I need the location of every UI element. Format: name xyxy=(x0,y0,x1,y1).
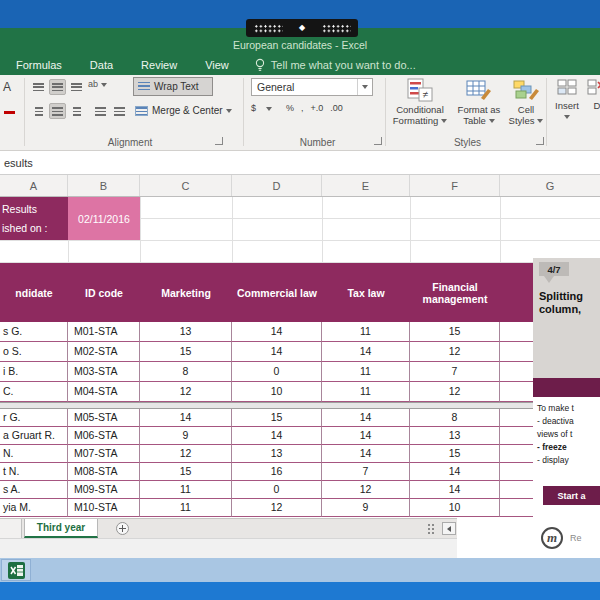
cell-commercial-law[interactable]: 14 xyxy=(232,342,322,362)
cell-commercial-law[interactable]: 14 xyxy=(232,427,322,445)
cell-tax-law[interactable]: 9 xyxy=(322,499,410,517)
cell-results-label[interactable]: Results ished on : xyxy=(0,197,68,240)
cell-tax-law[interactable]: 12 xyxy=(322,481,410,499)
cell-marketing[interactable]: 9 xyxy=(140,427,232,445)
align-right-button[interactable] xyxy=(68,103,85,119)
header-financial-management[interactable]: Financial management xyxy=(410,263,500,322)
cell-financial-management[interactable]: 12 xyxy=(410,342,500,362)
cell-financial-management[interactable]: 10 xyxy=(410,499,500,517)
cell-candidate[interactable]: t N. xyxy=(0,463,68,481)
formula-bar[interactable]: esults xyxy=(0,151,600,175)
table-row[interactable]: s G. M01-STA 13 14 11 15 xyxy=(0,322,533,342)
table-row[interactable]: C. M04-STA 12 10 11 12 xyxy=(0,382,533,402)
decrease-decimal-button[interactable]: .00 xyxy=(330,103,343,113)
cell-commercial-law[interactable]: 16 xyxy=(232,463,322,481)
table-row[interactable]: a Gruart R. M06-STA 9 14 14 13 xyxy=(0,427,533,445)
cell-commercial-law[interactable]: 12 xyxy=(232,499,322,517)
cell-financial-management[interactable]: 14 xyxy=(410,481,500,499)
cell-id-code[interactable]: M09-STA xyxy=(68,481,140,499)
cell-candidate[interactable]: r G. xyxy=(0,409,68,427)
comma-style-button[interactable]: , xyxy=(301,103,304,113)
cell-candidate[interactable]: s A. xyxy=(0,481,68,499)
table-row[interactable]: r G. M05-STA 14 15 14 8 xyxy=(0,409,533,427)
cell-styles-button[interactable]: Cell Styles xyxy=(507,76,545,138)
orientation-button[interactable]: ab xyxy=(88,79,107,89)
insert-cells-button[interactable]: Insert xyxy=(551,76,583,122)
wrap-text-button[interactable]: Wrap Text xyxy=(133,77,213,96)
table-row[interactable]: s A. M09-STA 11 0 12 14 xyxy=(0,481,533,499)
cell-id-code[interactable]: M04-STA xyxy=(68,382,140,402)
tab-formulas[interactable]: Formulas xyxy=(16,59,62,71)
cell-candidate[interactable]: a Gruart R. xyxy=(0,427,68,445)
table-row[interactable]: i B. M03-STA 8 0 11 7 xyxy=(0,362,533,382)
sheet-grid[interactable]: Results ished on : 02/11/2016 ndidate ID… xyxy=(0,197,600,518)
column-header-a[interactable]: A xyxy=(0,175,68,196)
cell-tax-law[interactable]: 14 xyxy=(322,409,410,427)
tab-review[interactable]: Review xyxy=(141,59,177,71)
header-candidate[interactable]: ndidate xyxy=(0,263,68,322)
column-header-g[interactable]: G xyxy=(500,175,600,196)
cell-marketing[interactable]: 12 xyxy=(140,382,232,402)
tab-view[interactable]: View xyxy=(205,59,229,71)
cell-financial-management[interactable]: 8 xyxy=(410,409,500,427)
cell-marketing[interactable]: 12 xyxy=(140,445,232,463)
cell-candidate[interactable]: s G. xyxy=(0,322,68,342)
cell-marketing[interactable]: 15 xyxy=(140,342,232,362)
cell-commercial-law[interactable]: 10 xyxy=(232,382,322,402)
cell-marketing[interactable]: 8 xyxy=(140,362,232,382)
number-dialog-launcher[interactable] xyxy=(374,137,382,145)
column-header-d[interactable]: D xyxy=(232,175,322,196)
column-header-f[interactable]: F xyxy=(410,175,500,196)
cell-id-code[interactable]: M01-STA xyxy=(68,322,140,342)
cell-candidate[interactable]: i B. xyxy=(0,362,68,382)
cell-id-code[interactable]: M07-STA xyxy=(68,445,140,463)
header-tax-law[interactable]: Tax law xyxy=(322,263,410,322)
increase-indent-button[interactable] xyxy=(111,103,128,119)
cell-marketing[interactable]: 11 xyxy=(140,499,232,517)
cell-financial-management[interactable]: 14 xyxy=(410,463,500,481)
cell-candidate[interactable]: yia M. xyxy=(0,499,68,517)
cell-commercial-law[interactable]: 13 xyxy=(232,445,322,463)
cell-commercial-law[interactable]: 15 xyxy=(232,409,322,427)
align-middle-button[interactable] xyxy=(49,79,66,95)
styles-dialog-launcher[interactable] xyxy=(536,137,544,145)
font-color-icon[interactable] xyxy=(4,111,15,114)
cell-financial-management[interactable]: 13 xyxy=(410,427,500,445)
cell-financial-management[interactable]: 12 xyxy=(410,382,500,402)
align-left-button[interactable] xyxy=(30,103,47,119)
cell-tax-law[interactable]: 14 xyxy=(322,342,410,362)
alignment-dialog-launcher[interactable] xyxy=(215,137,223,145)
new-sheet-button[interactable] xyxy=(116,522,129,535)
percent-style-button[interactable]: % xyxy=(286,103,294,113)
number-format-select[interactable]: General xyxy=(251,78,373,96)
cell-financial-management[interactable]: 7 xyxy=(410,362,500,382)
column-header-b[interactable]: B xyxy=(68,175,140,196)
header-marketing[interactable]: Marketing xyxy=(140,263,232,322)
column-header-e[interactable]: E xyxy=(322,175,410,196)
conditional-formatting-button[interactable]: ≠ Conditional Formatting xyxy=(390,76,450,138)
cell-id-code[interactable]: M02-STA xyxy=(68,342,140,362)
cell-tax-law[interactable]: 14 xyxy=(322,427,410,445)
scroll-left-button[interactable] xyxy=(442,522,456,535)
table-row[interactable]: o S. M02-STA 15 14 14 12 xyxy=(0,342,533,362)
cell-marketing[interactable]: 14 xyxy=(140,409,232,427)
sheet-tab-stub[interactable] xyxy=(0,519,22,539)
cell-candidate[interactable]: N. xyxy=(0,445,68,463)
tell-me-box[interactable]: Tell me what you want to do... xyxy=(255,58,416,72)
cell-id-code[interactable]: M10-STA xyxy=(68,499,140,517)
merge-center-button[interactable]: Merge & Center xyxy=(133,101,239,120)
font-size-icon[interactable]: A xyxy=(3,80,11,94)
column-header-c[interactable]: C xyxy=(140,175,232,196)
table-row[interactable]: yia M. M10-STA 11 12 9 10 xyxy=(0,499,533,517)
increase-decimal-button[interactable]: +.0 xyxy=(311,103,324,113)
cell-financial-management[interactable]: 15 xyxy=(410,445,500,463)
header-id-code[interactable]: ID code xyxy=(68,263,140,322)
cell-marketing[interactable]: 11 xyxy=(140,481,232,499)
cell-commercial-law[interactable]: 0 xyxy=(232,481,322,499)
cell-commercial-law[interactable]: 14 xyxy=(232,322,322,342)
cell-tax-law[interactable]: 7 xyxy=(322,463,410,481)
cell-tax-law[interactable]: 11 xyxy=(322,382,410,402)
cell-id-code[interactable]: M08-STA xyxy=(68,463,140,481)
format-as-table-button[interactable]: Format as Table xyxy=(452,76,506,138)
cell-marketing[interactable]: 13 xyxy=(140,322,232,342)
